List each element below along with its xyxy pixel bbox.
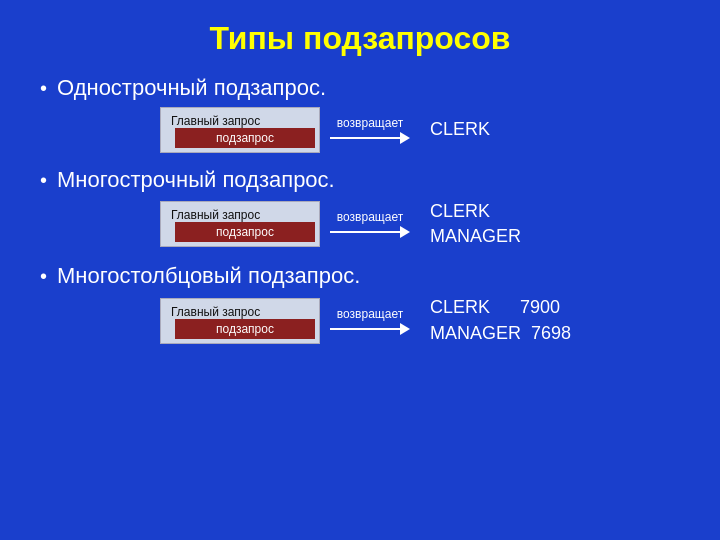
result-1: CLERK xyxy=(430,117,490,142)
sub-query-box-2: подзапрос xyxy=(175,222,315,242)
section-2: • Многострочный подзапрос. Главный запро… xyxy=(40,167,680,253)
arrow-shaft-3 xyxy=(330,328,400,330)
main-query-label-1: Главный запрос xyxy=(171,114,309,128)
page: Типы подзапросов • Однострочный подзапро… xyxy=(0,0,720,540)
main-query-label-2: Главный запрос xyxy=(171,208,309,222)
diagram-1: Главный запрос подзапрос возвращает CLER… xyxy=(160,107,680,153)
query-box-3: Главный запрос подзапрос xyxy=(160,298,320,344)
bullet-text-3: Многостолбцовый подзапрос. xyxy=(57,263,360,289)
result-3: CLERK 7900 MANAGER 7698 xyxy=(430,295,571,345)
arrow-head-3 xyxy=(400,323,410,335)
bullet-text-1: Однострочный подзапрос. xyxy=(57,75,326,101)
page-title: Типы подзапросов xyxy=(40,20,680,57)
arrow-line-1 xyxy=(330,132,410,144)
bullet-3: • xyxy=(40,265,47,288)
result-2: CLERK MANAGER xyxy=(430,199,521,249)
sub-query-box-1: подзапрос xyxy=(175,128,315,148)
arrow-head-1 xyxy=(400,132,410,144)
section-3: • Многостолбцовый подзапрос. Главный зап… xyxy=(40,263,680,349)
bullet-text-2: Многострочный подзапрос. xyxy=(57,167,335,193)
main-query-label-3: Главный запрос xyxy=(171,305,309,319)
section-1: • Однострочный подзапрос. Главный запрос… xyxy=(40,75,680,157)
arrow-1: возвращает xyxy=(330,116,410,144)
arrow-2: возвращает xyxy=(330,210,410,238)
arrow-label-2: возвращает xyxy=(337,210,403,224)
arrow-shaft-2 xyxy=(330,231,400,233)
diagram-3: Главный запрос подзапрос возвращает CLER… xyxy=(160,295,680,345)
query-box-1: Главный запрос подзапрос xyxy=(160,107,320,153)
bullet-2: • xyxy=(40,169,47,192)
arrow-3: возвращает xyxy=(330,307,410,335)
arrow-shaft-1 xyxy=(330,137,400,139)
arrow-line-2 xyxy=(330,226,410,238)
bullet-1: • xyxy=(40,77,47,100)
bullet-row-2: • Многострочный подзапрос. xyxy=(40,167,680,193)
sub-query-box-3: подзапрос xyxy=(175,319,315,339)
diagram-2: Главный запрос подзапрос возвращает CLER… xyxy=(160,199,680,249)
query-box-2: Главный запрос подзапрос xyxy=(160,201,320,247)
bullet-row-3: • Многостолбцовый подзапрос. xyxy=(40,263,680,289)
arrow-label-1: возвращает xyxy=(337,116,403,130)
arrow-line-3 xyxy=(330,323,410,335)
bullet-row-1: • Однострочный подзапрос. xyxy=(40,75,680,101)
arrow-label-3: возвращает xyxy=(337,307,403,321)
arrow-head-2 xyxy=(400,226,410,238)
